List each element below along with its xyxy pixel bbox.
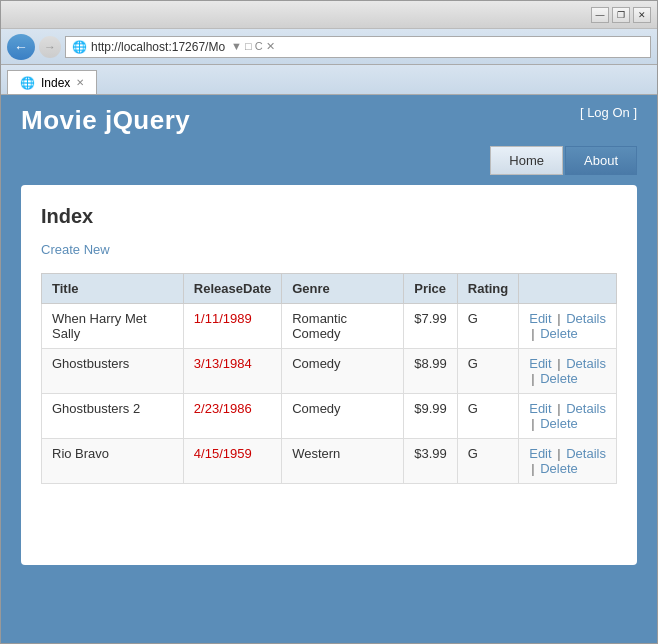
edit-link[interactable]: Edit bbox=[529, 311, 551, 326]
cell-price: $8.99 bbox=[404, 349, 458, 394]
details-link[interactable]: Details bbox=[566, 356, 606, 371]
nav-home[interactable]: Home bbox=[490, 146, 563, 175]
cell-title: When Harry Met Sally bbox=[42, 304, 184, 349]
table-row: Ghostbusters3/13/1984Comedy$8.99GEdit | … bbox=[42, 349, 617, 394]
col-rating: Rating bbox=[457, 274, 518, 304]
cell-title: Rio Bravo bbox=[42, 439, 184, 484]
back-button[interactable]: ← bbox=[7, 34, 35, 60]
nav-menu: Home About bbox=[1, 146, 657, 185]
cell-title: Ghostbusters bbox=[42, 349, 184, 394]
cell-rating: G bbox=[457, 349, 518, 394]
movies-table: Title ReleaseDate Genre Price Rating Whe… bbox=[41, 273, 617, 484]
col-genre: Genre bbox=[282, 274, 404, 304]
details-link[interactable]: Details bbox=[566, 446, 606, 461]
edit-link[interactable]: Edit bbox=[529, 356, 551, 371]
separator: | bbox=[554, 401, 565, 416]
cell-genre: Comedy bbox=[282, 349, 404, 394]
page-content: Movie jQuery [ Log On ] Home About Index… bbox=[1, 95, 657, 643]
delete-link[interactable]: Delete bbox=[540, 416, 578, 431]
delete-link[interactable]: Delete bbox=[540, 461, 578, 476]
cell-genre: Western bbox=[282, 439, 404, 484]
col-actions bbox=[519, 274, 617, 304]
col-release-date: ReleaseDate bbox=[183, 274, 281, 304]
col-title: Title bbox=[42, 274, 184, 304]
cell-price: $3.99 bbox=[404, 439, 458, 484]
log-on-link[interactable]: [ Log On ] bbox=[580, 105, 637, 120]
cell-release-date: 2/23/1986 bbox=[183, 394, 281, 439]
tab-bar: 🌐 Index ✕ bbox=[1, 65, 657, 95]
details-link[interactable]: Details bbox=[566, 401, 606, 416]
cell-release-date: 3/13/1984 bbox=[183, 349, 281, 394]
tab-close-button[interactable]: ✕ bbox=[76, 77, 84, 88]
separator: | bbox=[554, 311, 565, 326]
cell-rating: G bbox=[457, 394, 518, 439]
separator: | bbox=[554, 356, 565, 371]
col-price: Price bbox=[404, 274, 458, 304]
separator: | bbox=[531, 416, 538, 431]
cell-price: $7.99 bbox=[404, 304, 458, 349]
tab-icon: 🌐 bbox=[20, 76, 35, 90]
details-link[interactable]: Details bbox=[566, 311, 606, 326]
app-title: Movie jQuery bbox=[21, 105, 190, 136]
separator: | bbox=[531, 461, 538, 476]
cell-release-date: 4/15/1959 bbox=[183, 439, 281, 484]
cell-title: Ghostbusters 2 bbox=[42, 394, 184, 439]
separator: | bbox=[531, 371, 538, 386]
delete-link[interactable]: Delete bbox=[540, 326, 578, 341]
edit-link[interactable]: Edit bbox=[529, 446, 551, 461]
cell-price: $9.99 bbox=[404, 394, 458, 439]
address-extra: ▼ □ C ✕ bbox=[231, 40, 275, 53]
table-row: Rio Bravo4/15/1959Western$3.99GEdit | De… bbox=[42, 439, 617, 484]
address-text: http://localhost:17267/Mo bbox=[91, 40, 225, 54]
address-bar: ← → 🌐 http://localhost:17267/Mo ▼ □ C ✕ bbox=[1, 29, 657, 65]
cell-genre: Romantic Comedy bbox=[282, 304, 404, 349]
table-header-row: Title ReleaseDate Genre Price Rating bbox=[42, 274, 617, 304]
create-new-link[interactable]: Create New bbox=[41, 242, 110, 257]
separator: | bbox=[554, 446, 565, 461]
active-tab[interactable]: 🌐 Index ✕ bbox=[7, 70, 97, 94]
table-row: Ghostbusters 22/23/1986Comedy$9.99GEdit … bbox=[42, 394, 617, 439]
address-icon: 🌐 bbox=[72, 40, 87, 54]
edit-link[interactable]: Edit bbox=[529, 401, 551, 416]
restore-button[interactable]: ❐ bbox=[612, 7, 630, 23]
cell-actions: Edit | Details| Delete bbox=[519, 349, 617, 394]
title-bar-buttons: — ❐ ✕ bbox=[591, 7, 651, 23]
cell-actions: Edit | Details| Delete bbox=[519, 394, 617, 439]
close-button[interactable]: ✕ bbox=[633, 7, 651, 23]
tab-title: Index bbox=[41, 76, 70, 90]
minimize-button[interactable]: — bbox=[591, 7, 609, 23]
cell-genre: Comedy bbox=[282, 394, 404, 439]
cell-rating: G bbox=[457, 439, 518, 484]
address-bar-input[interactable]: 🌐 http://localhost:17267/Mo ▼ □ C ✕ bbox=[65, 36, 651, 58]
cell-release-date: 1/11/1989 bbox=[183, 304, 281, 349]
page-heading: Index bbox=[41, 205, 617, 228]
nav-about[interactable]: About bbox=[565, 146, 637, 175]
cell-rating: G bbox=[457, 304, 518, 349]
cell-actions: Edit | Details| Delete bbox=[519, 304, 617, 349]
cell-actions: Edit | Details| Delete bbox=[519, 439, 617, 484]
table-row: When Harry Met Sally1/11/1989Romantic Co… bbox=[42, 304, 617, 349]
app-header: Movie jQuery [ Log On ] bbox=[1, 95, 657, 146]
main-content: Index Create New Title ReleaseDate Genre… bbox=[21, 185, 637, 565]
title-bar: — ❐ ✕ bbox=[1, 1, 657, 29]
delete-link[interactable]: Delete bbox=[540, 371, 578, 386]
browser-window: — ❐ ✕ ← → 🌐 http://localhost:17267/Mo ▼ … bbox=[0, 0, 658, 644]
forward-button[interactable]: → bbox=[39, 36, 61, 58]
separator: | bbox=[531, 326, 538, 341]
